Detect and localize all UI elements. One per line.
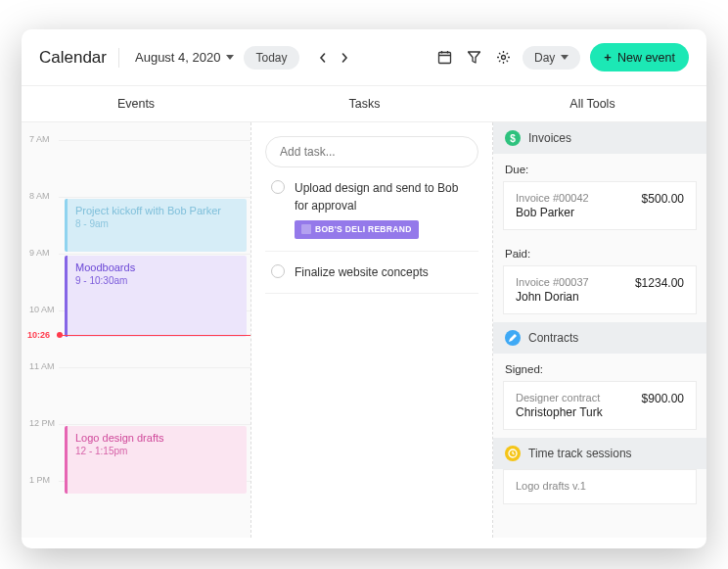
hour-line <box>59 424 250 425</box>
date-picker[interactable]: August 4, 2020 <box>135 50 234 65</box>
card-amount: $900.00 <box>642 392 684 405</box>
event-title: Moodboards <box>75 261 239 273</box>
task-checkbox[interactable] <box>271 264 285 278</box>
hour-line <box>59 367 250 368</box>
card-line2: Bob Parker <box>516 206 589 219</box>
chevron-right-icon <box>340 53 349 63</box>
caret-down-icon <box>561 55 569 60</box>
prev-button[interactable] <box>313 48 333 68</box>
signed-label: Signed: <box>493 354 706 381</box>
calendar-app: Calendar August 4, 2020 Today Day <box>22 29 706 548</box>
events-header[interactable]: Events <box>22 86 250 121</box>
tool-card[interactable]: Logo drafts v.1 <box>503 469 697 504</box>
calendar-icon-button[interactable] <box>434 48 454 68</box>
tasks-header[interactable]: Tasks <box>250 86 478 121</box>
tool-card[interactable]: Designer contractChristopher Turk $900.0… <box>503 381 697 430</box>
filter-icon-button[interactable] <box>464 48 483 68</box>
hour-grid: 7 AM8 AM9 AM10 AM11 AM12 PM1 PMProject k… <box>22 122 250 538</box>
hour-label: 12 PM <box>29 418 55 428</box>
chevron-left-icon <box>318 53 328 63</box>
new-event-button[interactable]: + New event <box>590 43 689 71</box>
now-time: 10:26 <box>27 330 50 340</box>
due-label: Due: <box>493 154 706 181</box>
tag-icon <box>301 224 311 234</box>
hour-label: 10 AM <box>29 305 55 314</box>
hour-label: 1 PM <box>29 475 50 485</box>
timeline-column: 7 AM8 AM9 AM10 AM11 AM12 PM1 PMProject k… <box>22 122 250 538</box>
card-line1: Designer contract <box>516 392 603 403</box>
hour-line <box>59 254 250 255</box>
hour-line <box>59 197 250 198</box>
tool-card[interactable]: Invoice #00042Bob Parker $500.00 <box>503 181 697 230</box>
column-headers: Events Tasks All Tools <box>22 86 706 122</box>
header: Calendar August 4, 2020 Today Day <box>22 29 706 86</box>
next-button[interactable] <box>335 48 354 68</box>
svg-point-4 <box>501 56 505 60</box>
paid-label: Paid: <box>493 238 706 265</box>
contracts-section-header[interactable]: Contracts <box>493 322 706 354</box>
card-line2: Christopher Turk <box>516 405 603 419</box>
page-title: Calendar <box>39 48 119 68</box>
clock-icon <box>505 446 521 461</box>
tools-column: $ Invoices Due: Invoice #00042Bob Parker… <box>493 122 706 538</box>
current-date: August 4, 2020 <box>135 50 220 65</box>
event-title: Project kickoff with Bob Parker <box>75 205 239 216</box>
calendar-event[interactable]: Moodboards9 - 10:30am <box>65 256 247 337</box>
task-item[interactable]: Finalize website concepts <box>265 252 478 294</box>
pen-icon <box>505 330 521 346</box>
card-amount: $1234.00 <box>635 276 684 290</box>
calendar-icon <box>437 50 452 65</box>
date-nav <box>313 48 354 68</box>
tools-header[interactable]: All Tools <box>478 86 706 121</box>
task-tag[interactable]: BOB'S DELI REBRAND <box>295 220 419 239</box>
filter-icon <box>467 50 481 65</box>
hour-label: 11 AM <box>29 361 55 371</box>
caret-down-icon <box>226 55 234 60</box>
event-time: 12 - 1:15pm <box>75 446 239 456</box>
event-time: 9 - 10:30am <box>75 275 239 286</box>
settings-icon-button[interactable] <box>493 48 513 68</box>
event-title: Logo design drafts <box>75 432 239 444</box>
task-text: Upload design and send to Bob for approv… <box>295 179 473 214</box>
plus-icon: + <box>604 50 612 65</box>
invoices-section-header[interactable]: $ Invoices <box>493 122 706 154</box>
tool-card[interactable]: Invoice #00037John Dorian $1234.00 <box>503 265 697 314</box>
svg-rect-0 <box>438 53 450 64</box>
time-section-header[interactable]: Time track sessions <box>493 438 706 469</box>
task-checkbox[interactable] <box>271 180 285 194</box>
today-button[interactable]: Today <box>244 46 298 70</box>
card-amount: $500.00 <box>642 192 684 206</box>
card-line1: Logo drafts v.1 <box>516 480 586 492</box>
add-task-input[interactable] <box>265 136 478 167</box>
event-time: 8 - 9am <box>75 218 239 229</box>
task-item[interactable]: Upload design and send to Bob for approv… <box>265 167 478 252</box>
task-text: Finalize website concepts <box>295 263 429 281</box>
tasks-column: Upload design and send to Bob for approv… <box>250 122 493 538</box>
card-line1: Invoice #00037 <box>516 276 589 288</box>
hour-line <box>59 140 250 141</box>
columns: 7 AM8 AM9 AM10 AM11 AM12 PM1 PMProject k… <box>22 122 706 538</box>
gear-icon <box>496 50 511 65</box>
hour-label: 7 AM <box>29 134 50 144</box>
task-list: Upload design and send to Bob for approv… <box>265 167 478 294</box>
hour-label: 8 AM <box>29 191 50 201</box>
card-line2: John Dorian <box>516 290 589 304</box>
calendar-event[interactable]: Logo design drafts12 - 1:15pm <box>65 426 247 494</box>
view-selector[interactable]: Day <box>523 46 580 70</box>
calendar-event[interactable]: Project kickoff with Bob Parker8 - 9am <box>65 199 247 252</box>
card-line1: Invoice #00042 <box>516 192 589 204</box>
hour-label: 9 AM <box>29 248 50 258</box>
dollar-icon: $ <box>505 130 521 146</box>
